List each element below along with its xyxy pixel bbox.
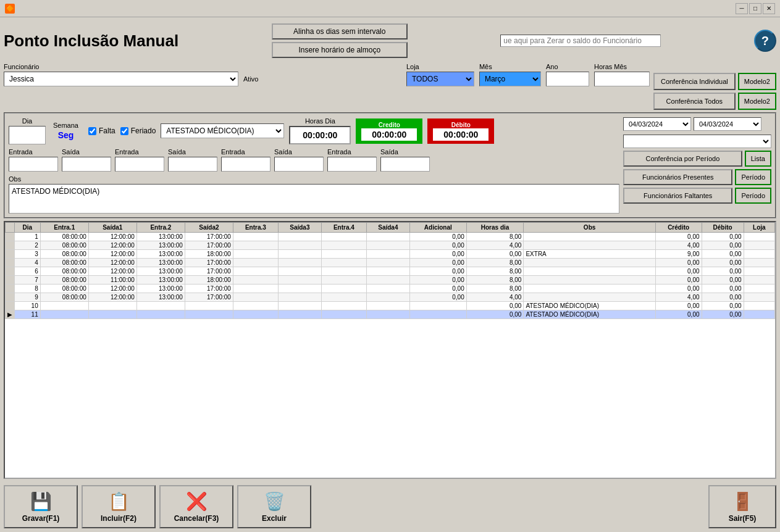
date-from-select[interactable]: 04/03/2024 bbox=[623, 117, 691, 131]
cell-e2: 13:00:00 bbox=[136, 285, 185, 293]
func-presentes-row: Funcionários Presentes Período bbox=[623, 169, 771, 185]
extra-dropdown[interactable] bbox=[623, 135, 771, 148]
incluir-icon: 📋 bbox=[108, 491, 130, 512]
cell-e3 bbox=[233, 276, 278, 285]
cell-e4 bbox=[321, 250, 366, 259]
cell-credito: 0,00 bbox=[655, 267, 702, 276]
day-right-controls: 04/03/2024 04/03/2024 Conferência por Pe… bbox=[623, 117, 771, 204]
cell-e1: 08:00:00 bbox=[40, 285, 88, 293]
debito-value: 00:00:00 bbox=[433, 128, 489, 141]
conferencia-individual-button[interactable]: Conferência Individual bbox=[653, 73, 736, 90]
ano-input[interactable]: 2024 bbox=[546, 72, 589, 86]
cell-e2: 13:00:00 bbox=[136, 241, 185, 250]
entrada2-input[interactable] bbox=[115, 157, 164, 172]
saida2-input[interactable] bbox=[168, 157, 217, 172]
cell-credito: 9,00 bbox=[655, 250, 702, 259]
cell-e3 bbox=[233, 259, 278, 267]
periodo2-button[interactable]: Período bbox=[735, 188, 771, 204]
cell-adicional: 0,00 bbox=[409, 259, 466, 267]
cell-adicional: 0,00 bbox=[409, 250, 466, 259]
tipo-select[interactable]: ATESTADO MÉDICO(DIA) FALTA FERIADO HORA … bbox=[161, 123, 284, 138]
cell-s2 bbox=[185, 310, 233, 319]
maximize-button[interactable]: □ bbox=[749, 3, 761, 14]
cell-s1: 12:00:00 bbox=[88, 285, 136, 293]
dia-input[interactable]: 11 bbox=[9, 126, 46, 144]
func-faltantes-button[interactable]: Funcionários Faltantes bbox=[623, 188, 732, 204]
cell-e2: 13:00:00 bbox=[136, 259, 185, 267]
table-row[interactable]: ▶ 11 0,00 ATESTADO MÉDICO(DIA) 0,00 0,00 bbox=[6, 310, 775, 319]
cancelar-button[interactable]: ❌ Cancelar(F3) bbox=[159, 485, 233, 528]
cell-credito: 4,00 bbox=[655, 241, 702, 250]
incluir-button[interactable]: 📋 Incluir(F2) bbox=[82, 485, 156, 528]
help-button[interactable]: ? bbox=[754, 30, 776, 52]
cell-obs bbox=[524, 267, 655, 276]
cell-s1: 12:00:00 bbox=[88, 293, 136, 302]
funcionario-select[interactable]: Jessica bbox=[4, 72, 238, 86]
row-arrow bbox=[6, 259, 15, 267]
func-presentes-button[interactable]: Funcionários Presentes bbox=[623, 169, 732, 185]
saida1-input[interactable] bbox=[62, 157, 111, 172]
gravar-button[interactable]: 💾 Gravar(F1) bbox=[4, 485, 78, 528]
sair-button[interactable]: 🚪 Sair(F5) bbox=[708, 485, 776, 528]
insert-lunch-button[interactable]: Insere horário de almoço bbox=[272, 42, 408, 58]
table-header-row: Dia Entra.1 Saída1 Entra.2 Saída2 Entra.… bbox=[6, 223, 775, 233]
table-row[interactable]: 7 08:00:00 11:00:00 13:00:00 18:00:00 0,… bbox=[6, 276, 775, 285]
cell-s2: 18:00:00 bbox=[185, 276, 233, 285]
cancelar-label: Cancelar(F3) bbox=[174, 514, 219, 523]
table-row[interactable]: 6 08:00:00 12:00:00 13:00:00 17:00:00 0,… bbox=[6, 267, 775, 276]
saida4-input[interactable] bbox=[380, 157, 430, 172]
mes-select[interactable]: Março bbox=[479, 72, 541, 86]
minimize-button[interactable]: ─ bbox=[736, 3, 748, 14]
align-days-button[interactable]: Alinha os dias sem intervalo bbox=[272, 23, 408, 39]
cell-e3 bbox=[233, 250, 278, 259]
table-row[interactable]: 2 08:00:00 12:00:00 13:00:00 17:00:00 0,… bbox=[6, 241, 775, 250]
table-row[interactable]: 1 08:00:00 12:00:00 13:00:00 17:00:00 0,… bbox=[6, 233, 775, 241]
modelo2-2-button[interactable]: Modelo2 bbox=[738, 93, 776, 110]
data-grid[interactable]: Dia Entra.1 Saída1 Entra.2 Saída2 Entra.… bbox=[4, 221, 776, 479]
date-to-select[interactable]: 04/03/2024 bbox=[694, 117, 761, 131]
conferencia-todos-button[interactable]: Conferência Todos bbox=[653, 93, 736, 110]
table-row[interactable]: 3 08:00:00 12:00:00 13:00:00 18:00:00 0,… bbox=[6, 250, 775, 259]
entrada1-input[interactable] bbox=[9, 157, 58, 172]
falta-checkbox[interactable] bbox=[88, 127, 96, 135]
obs-textarea[interactable]: ATESTADO MÉDICO(DIA) bbox=[9, 184, 619, 214]
sair-label: Sair(F5) bbox=[729, 514, 757, 523]
saida1-label: Saída bbox=[62, 148, 111, 156]
cell-dia: 7 bbox=[15, 276, 41, 285]
feriado-checkbox[interactable] bbox=[120, 127, 128, 135]
cell-loja bbox=[744, 293, 774, 302]
cell-e4 bbox=[321, 241, 366, 250]
zerar-input[interactable] bbox=[500, 35, 661, 47]
cell-s3 bbox=[278, 285, 321, 293]
table-row[interactable]: 10 0,00 ATESTADO MÉDICO(DIA) 0,00 0,00 bbox=[6, 302, 775, 310]
entrada4-input[interactable] bbox=[327, 157, 377, 172]
cell-loja bbox=[744, 250, 774, 259]
table-row[interactable]: 9 08:00:00 12:00:00 13:00:00 17:00:00 0,… bbox=[6, 293, 775, 302]
window-controls[interactable]: ─ □ ✕ bbox=[736, 3, 775, 14]
modelo2-1-button[interactable]: Modelo2 bbox=[738, 73, 776, 90]
credito-value: 00:00:00 bbox=[361, 128, 417, 141]
entrada3-input[interactable] bbox=[221, 157, 270, 172]
page-title: Ponto Inclusão Manual bbox=[4, 31, 178, 51]
periodo1-button[interactable]: Período bbox=[735, 169, 771, 185]
cell-e1 bbox=[40, 302, 88, 310]
lista-button[interactable]: Lista bbox=[745, 151, 771, 167]
loja-select[interactable]: TODOS bbox=[406, 72, 474, 86]
cell-adicional: 0,00 bbox=[409, 293, 466, 302]
cell-e4 bbox=[321, 259, 366, 267]
excluir-label: Excluir bbox=[262, 514, 287, 523]
cell-e2 bbox=[136, 310, 185, 319]
table-row[interactable]: 4 08:00:00 12:00:00 13:00:00 17:00:00 0,… bbox=[6, 259, 775, 267]
cell-s4 bbox=[366, 241, 409, 250]
table-row[interactable]: 8 08:00:00 12:00:00 13:00:00 17:00:00 0,… bbox=[6, 285, 775, 293]
excluir-button[interactable]: 🗑️ Excluir bbox=[237, 485, 311, 528]
horas-mes-input[interactable]: 48,00 bbox=[594, 72, 650, 86]
cell-s3 bbox=[278, 302, 321, 310]
cell-s4 bbox=[366, 310, 409, 319]
entrada2-group: Entrada bbox=[115, 148, 164, 172]
close-button[interactable]: ✕ bbox=[763, 3, 775, 14]
cell-adicional bbox=[409, 310, 466, 319]
saida3-input[interactable] bbox=[274, 157, 324, 172]
cell-s4 bbox=[366, 267, 409, 276]
conferencia-periodo-button[interactable]: Conferência por Período bbox=[623, 151, 742, 167]
